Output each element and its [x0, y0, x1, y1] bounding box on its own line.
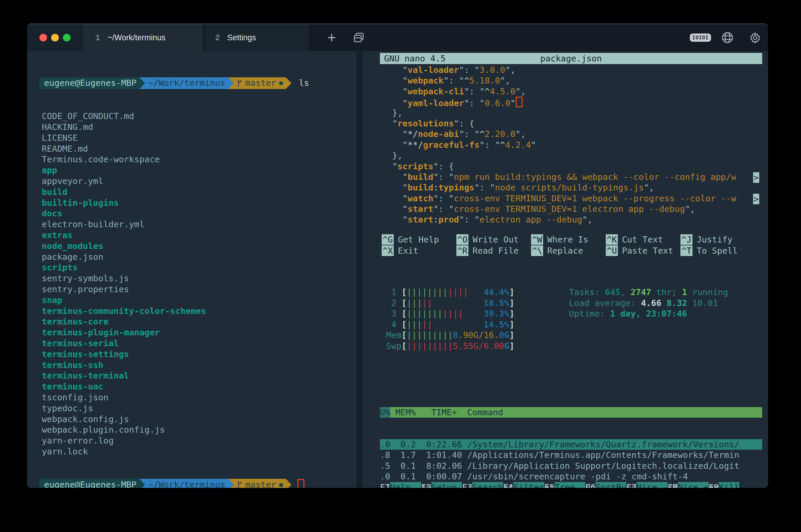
- nano-token: ^: [464, 76, 469, 86]
- maximize-window-button[interactable]: [63, 34, 71, 41]
- meter-value-part: 44.4%: [484, 287, 509, 297]
- nano-token: ^: [480, 129, 485, 139]
- close-window-button[interactable]: [39, 34, 47, 41]
- minimize-window-button[interactable]: [51, 34, 59, 41]
- process-rows: .0 0.2 0:22.66 /System/Library/Framework…: [380, 439, 762, 488]
- fkey-button[interactable]: Search: [472, 482, 503, 488]
- tab-work-terminus[interactable]: 1 ~/Work/terminus: [83, 24, 203, 51]
- sort-column-header: U%: [380, 407, 390, 418]
- window-controls: [27, 24, 83, 51]
- file-entry: Terminus.code-workspace: [42, 154, 356, 165]
- process-row[interactable]: .8 1.7 1:01.40 /Applications/Terminus.ap…: [380, 450, 762, 460]
- file-entry: webpack.plugin.config.js: [42, 424, 356, 435]
- summary-part: 10.01: [692, 298, 718, 308]
- fkey-button[interactable]: SortBy: [595, 482, 626, 488]
- nano-shortcut: ^JJustify: [681, 234, 755, 245]
- directory-entry: terminus-terminal: [42, 370, 356, 381]
- shortcut-key[interactable]: ^O: [457, 234, 468, 245]
- meter-row: 2 [|||||18.5%]: [386, 298, 515, 309]
- pane-divider[interactable]: [356, 51, 362, 488]
- directory-entry: app: [42, 165, 356, 176]
- globe-icon[interactable]: [718, 24, 737, 51]
- shortcut-key[interactable]: ^W: [531, 234, 543, 245]
- nano-shortcut: ^\Replace: [531, 245, 606, 256]
- shortcut-key[interactable]: ^J: [681, 234, 692, 245]
- nano-token: 0.6.0: [485, 98, 510, 108]
- nano-token: start: [408, 214, 433, 225]
- process-row[interactable]: .5 0.1 8:02.06 /Library/Application Supp…: [380, 460, 762, 471]
- summary-line: Load average: 4.66 8.32 10.01: [569, 298, 728, 309]
- nano-token: val-loader: [408, 65, 459, 75]
- nano-token: ": [382, 129, 408, 139]
- nano-token: ": [510, 98, 516, 108]
- htop-meters: 1 [||||||||||||44.4%] 2 [|||||18.5%] 3 […: [386, 287, 515, 351]
- fkey-button[interactable]: Tree: [555, 482, 585, 488]
- shortcut-key[interactable]: ^G: [382, 234, 394, 245]
- terminal-pane-right[interactable]: package.json GNU nano 4.5 "val-loader": …: [362, 51, 768, 488]
- nano-token: ": [382, 183, 408, 192]
- file-entry: yarn-error.log: [42, 435, 356, 446]
- tab-title: ~/Work/terminus: [108, 33, 166, 42]
- shortcut-key[interactable]: ^K: [606, 234, 618, 245]
- meter-bar: |||||||||||39.3%: [407, 308, 509, 319]
- tab-bar: 1 ~/Work/terminus 2 Settings + IOIOI: [27, 24, 768, 51]
- shortcut-key[interactable]: ^\: [531, 245, 543, 256]
- file-entry: appveyor.yml: [42, 176, 356, 187]
- directory-entry: builtin-plugins: [42, 197, 356, 208]
- fkey-number: F5: [544, 482, 555, 488]
- prompt-user-segment: eugene@Eugenes-MBP: [39, 479, 139, 488]
- directory-entry: terminus-plugin-manager: [42, 327, 356, 338]
- prompt-user-segment: eugene@Eugenes-MBP: [39, 77, 139, 89]
- shortcut-key[interactable]: ^T: [681, 245, 692, 256]
- shortcut-key[interactable]: ^X: [382, 245, 394, 256]
- fkey-number: F4: [503, 482, 514, 488]
- new-tab-button[interactable]: +: [323, 24, 340, 51]
- tab-settings[interactable]: 2 Settings: [206, 24, 309, 51]
- nano-line: "build": "npm run build:typings && webpa…: [382, 172, 762, 182]
- fkey-button[interactable]: Nice +: [678, 482, 709, 488]
- meter-bracket: [: [402, 341, 406, 352]
- summary-part: 645: [605, 287, 620, 297]
- nano-token: 4.5.0: [490, 87, 516, 96]
- windows-icon[interactable]: [349, 24, 368, 51]
- meter-value-part: 18.5%: [484, 298, 509, 308]
- nano-shortcut: ^WWhere Is: [531, 234, 606, 245]
- shortcut-key[interactable]: ^R: [457, 245, 468, 256]
- nano-token: webpack: [408, 76, 443, 86]
- meter-value-part: .90G/16.: [458, 330, 499, 340]
- terminal-pane-shell[interactable]: eugene@Eugenes-MBP ~/Work/terminus maste…: [27, 51, 356, 488]
- git-dirty-dot: ●: [279, 78, 283, 89]
- nano-token: :: [433, 183, 439, 192]
- file-entry: electron-builder.yml: [42, 219, 356, 230]
- process-row[interactable]: .0 0.1 0:00.07 /usr/sbin/screencapture -…: [380, 471, 762, 482]
- directory-entry: terminus-serial: [42, 338, 356, 349]
- nano-token: ": [382, 98, 408, 108]
- directory-entry: docs: [42, 208, 356, 219]
- fkey-button[interactable]: Help: [390, 482, 421, 488]
- fkey-button[interactable]: Setup: [431, 482, 462, 488]
- directory-entry: terminus-ssh: [42, 360, 356, 370]
- git-dirty-dot: ●: [279, 479, 283, 488]
- directory-entry: terminus-community-color-schemes: [42, 306, 356, 317]
- nano-token: webpack-cli: [408, 87, 464, 96]
- summary-part: 8.32: [667, 298, 692, 308]
- fkey-button[interactable]: Filter: [514, 482, 544, 488]
- nano-token: electron app --debug: [480, 214, 582, 225]
- fkey-button[interactable]: Nice -: [637, 482, 668, 488]
- shortcut-key[interactable]: ^U: [606, 245, 618, 256]
- nano-token: ": ": [459, 214, 480, 225]
- settings-gear-icon[interactable]: [746, 24, 765, 51]
- meter-label: 4: [386, 319, 402, 330]
- fkey-button[interactable]: Kill: [719, 482, 739, 488]
- shortcut-label: Replace: [547, 245, 583, 256]
- git-branch-icon: [237, 79, 242, 88]
- serial-icon[interactable]: IOIOI: [690, 24, 711, 51]
- meter-row: 3 [|||||||||||39.3%]: [386, 308, 515, 319]
- htop-table-header[interactable]: U% MEM% TIME+ Command: [380, 407, 762, 418]
- nano-token: ": [382, 172, 408, 182]
- nano-token: ": [382, 65, 408, 75]
- nano-editor-content[interactable]: "val-loader": "3.0.0", "webpack": "^5.18…: [382, 65, 762, 225]
- process-row[interactable]: .0 0.2 0:22.66 /System/Library/Framework…: [380, 439, 762, 450]
- file-entry: CODE_OF_CONDUCT.md: [42, 111, 356, 122]
- nano-file-name: package.json: [380, 53, 762, 64]
